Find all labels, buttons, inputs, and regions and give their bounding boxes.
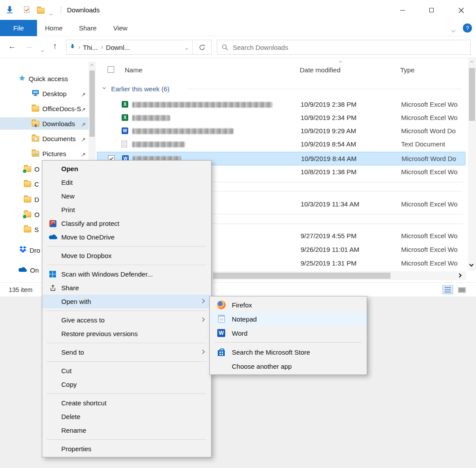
menu-item-edit[interactable]: Edit [42, 176, 211, 189]
breadcrumb-chevron-icon[interactable] [77, 45, 80, 49]
menu-item-properties[interactable]: Properties [42, 442, 211, 456]
menu-item-label: Edit [61, 179, 73, 186]
tab-file[interactable]: File [0, 20, 37, 36]
sidebar-item-officedocs[interactable]: OfficeDocs-S [0, 102, 89, 115]
file-date: 10/9/2019 9:29 AM [301, 124, 356, 138]
sidebar-item-pictures[interactable]: Pictures [0, 147, 89, 160]
documents-folder-icon [32, 136, 39, 142]
help-button[interactable]: ? [463, 23, 472, 33]
new-folder-quick-icon[interactable] [37, 8, 45, 14]
file-type: Microsoft Excel Wo [401, 198, 465, 211]
column-header-type[interactable]: Type [400, 66, 415, 74]
horizontal-scrollbar-thumb[interactable] [213, 273, 390, 279]
details-view-button[interactable] [443, 285, 453, 294]
menu-item-give-access-to[interactable]: Give access to [42, 313, 211, 327]
sort-indicator-icon [339, 60, 342, 63]
group-header[interactable]: Earlier this week (6) [96, 82, 465, 96]
menu-item-delete[interactable]: Delete [42, 410, 211, 423]
menu-separator [47, 343, 207, 343]
address-bar[interactable]: Thi... Downl... [66, 40, 212, 55]
downloads-folder-icon [32, 121, 39, 127]
breadcrumb-this-pc[interactable]: Thi... [81, 44, 99, 51]
menu-item-create-shortcut[interactable]: Create shortcut [42, 396, 211, 410]
refresh-button[interactable] [193, 40, 211, 54]
submenu-item-word[interactable]: Word [210, 326, 367, 340]
group-label: Earlier this week (6) [111, 85, 170, 93]
menu-item-open-with[interactable]: Open with [42, 295, 211, 308]
group-collapse-chevron-icon[interactable] [103, 86, 106, 89]
back-button[interactable]: ← [8, 42, 16, 50]
address-dropdown-chevron-icon[interactable] [181, 43, 192, 51]
file-type: Microsoft Word Do [401, 124, 465, 138]
recent-locations-chevron-icon[interactable] [41, 45, 44, 53]
scroll-down-icon[interactable] [469, 262, 474, 267]
column-header-date-modified[interactable]: Date modified [300, 66, 341, 74]
close-button[interactable] [451, 3, 471, 18]
close-icon [458, 7, 464, 13]
submenu-item-choose-another-app[interactable]: Choose another app [210, 359, 367, 373]
menu-item-send-to[interactable]: Send to [42, 345, 211, 359]
breadcrumb-downloads[interactable]: Downl... [104, 44, 131, 51]
sidebar-item-label: O [34, 211, 40, 218]
search-input[interactable] [233, 44, 466, 51]
properties-quick-icon[interactable] [24, 6, 30, 15]
sidebar-item-label: O [34, 165, 40, 173]
tab-view[interactable]: View [105, 20, 136, 36]
menu-item-restore-previous-versions[interactable]: Restore previous versions [42, 327, 211, 341]
menu-item-cut[interactable]: Cut [42, 364, 211, 378]
file-row[interactable]: 10/9/2019 2:38 PM Microsoft Excel Wo [97, 98, 465, 111]
menu-item-label: Create shortcut [61, 399, 107, 407]
menu-item-classify-and-protect[interactable]: Classify and protect [42, 217, 211, 230]
open-with-submenu: Firefox Notepad Word Search the Microsof… [209, 296, 367, 375]
submenu-item-firefox[interactable]: Firefox [210, 298, 367, 312]
column-header-name[interactable]: Name [125, 66, 142, 74]
menu-separator [47, 265, 207, 265]
menu-item-new[interactable]: New [42, 189, 211, 203]
file-type: Microsoft Excel Wo [401, 98, 465, 111]
customize-toolbar-chevron-icon[interactable] [50, 9, 52, 17]
menu-item-share[interactable]: Share [42, 281, 211, 295]
tab-share[interactable]: Share [71, 20, 105, 36]
menu-item-move-to-onedrive[interactable]: Move to OneDrive [42, 230, 211, 244]
forward-button[interactable]: → [25, 42, 33, 50]
quick-access-star-icon [19, 75, 26, 83]
file-type: Microsoft Word Do [402, 152, 465, 165]
classify-protect-icon [48, 217, 58, 230]
sidebar-item-downloads[interactable]: Downloads [0, 117, 89, 130]
sidebar-item-label: Dro [30, 247, 40, 254]
menu-item-scan-with-windows-defender[interactable]: Scan with Windows Defender... [42, 267, 211, 281]
search-box[interactable] [217, 40, 471, 55]
menu-item-move-to-dropbox[interactable]: Move to Dropbox [42, 249, 211, 262]
menu-item-print[interactable]: Print [42, 203, 211, 217]
vertical-scrollbar[interactable] [468, 58, 476, 271]
file-row[interactable]: 10/9/2019 8:54 AM Text Document [97, 138, 465, 151]
file-row[interactable]: 10/9/2019 2:34 PM Microsoft Excel Wo [97, 111, 465, 124]
ribbon-collapse-chevron-icon[interactable] [452, 26, 455, 34]
minimize-button[interactable] [392, 3, 413, 18]
menu-item-open[interactable]: Open [42, 162, 211, 176]
scroll-up-icon[interactable] [90, 64, 93, 67]
menu-item-label: Move to Dropbox [61, 252, 112, 259]
sidebar-scrollbar-thumb[interactable] [89, 71, 95, 137]
vertical-scrollbar-thumb[interactable] [469, 68, 475, 121]
pin-icon [81, 136, 86, 143]
sidebar-item-label: OfficeDocs-S [42, 105, 81, 112]
submenu-item-notepad[interactable]: Notepad [210, 312, 367, 326]
sidebar-item-quick-access[interactable]: Quick access [0, 72, 89, 85]
menu-item-copy[interactable]: Copy [42, 378, 211, 391]
maximize-button[interactable] [421, 3, 442, 18]
breadcrumb-chevron-icon[interactable] [100, 45, 103, 49]
submenu-item-search-microsoft-store[interactable]: Search the Microsoft Store [210, 345, 367, 359]
scroll-right-icon[interactable] [457, 273, 462, 278]
scroll-up-icon[interactable] [470, 61, 473, 64]
tab-home[interactable]: Home [37, 20, 71, 36]
menu-item-rename[interactable]: Rename [42, 423, 211, 437]
up-button[interactable]: ↑ [53, 42, 57, 50]
file-row[interactable]: 10/9/2019 9:29 AM Microsoft Word Do [97, 124, 465, 138]
submenu-arrow-icon [201, 318, 205, 322]
thumbnails-view-button[interactable] [457, 285, 467, 294]
context-menu: Open Edit New Print Classify and protect… [42, 160, 212, 457]
sidebar-item-desktop[interactable]: Desktop [0, 87, 89, 100]
sidebar-item-documents[interactable]: Documents [0, 132, 89, 145]
select-all-checkbox[interactable] [108, 66, 114, 73]
